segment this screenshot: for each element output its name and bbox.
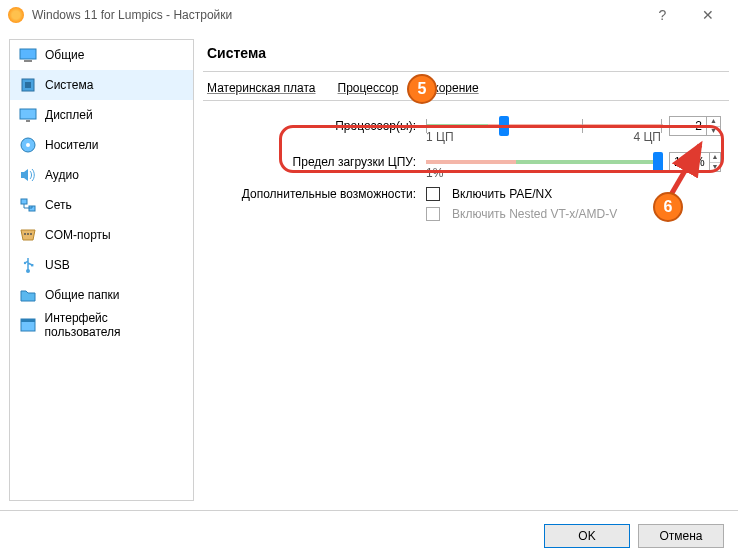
- chip-icon: [19, 77, 37, 93]
- sidebar-item-network[interactable]: Сеть: [10, 190, 193, 220]
- svg-rect-8: [21, 199, 27, 204]
- sidebar-item-system[interactable]: Система: [10, 70, 193, 100]
- tabs: Материнская плата Процессор Ускорение: [203, 76, 729, 101]
- sidebar-item-label: Общие: [45, 48, 84, 62]
- sidebar-item-label: Аудио: [45, 168, 79, 182]
- callout-6: 6: [653, 192, 683, 222]
- cpu-load-label: Предел загрузки ЦПУ:: [211, 155, 426, 169]
- svg-point-12: [30, 233, 32, 235]
- sidebar-item-label: Сеть: [45, 198, 72, 212]
- cpu-min-label: 1 ЦП: [426, 130, 454, 144]
- sidebar-item-label: Система: [45, 78, 93, 92]
- nested-checkbox: [426, 207, 440, 221]
- ui-icon: [19, 317, 37, 333]
- serial-icon: [19, 227, 37, 243]
- sidebar-item-com[interactable]: COM-порты: [10, 220, 193, 250]
- footer: OK Отмена: [0, 510, 738, 560]
- svg-rect-1: [24, 60, 32, 62]
- spinner-arrows[interactable]: ▲▼: [709, 153, 720, 171]
- callout-5: 5: [407, 74, 437, 104]
- load-min-label: 1%: [426, 166, 443, 180]
- sidebar-item-shared[interactable]: Общие папки: [10, 280, 193, 310]
- svg-point-13: [26, 269, 30, 273]
- sidebar-item-label: Дисплей: [45, 108, 93, 122]
- sidebar-item-label: USB: [45, 258, 70, 272]
- spinner-arrows[interactable]: ▲▼: [706, 117, 720, 135]
- sidebar-item-storage[interactable]: Носители: [10, 130, 193, 160]
- cpu-count-spinner[interactable]: 2 ▲▼: [669, 116, 721, 136]
- svg-point-10: [24, 233, 26, 235]
- cpu-load-spinner[interactable]: 100% ▲▼: [669, 152, 721, 172]
- monitor-icon: [19, 47, 37, 63]
- help-button[interactable]: ?: [640, 0, 685, 30]
- sidebar-item-display[interactable]: Дисплей: [10, 100, 193, 130]
- sidebar-item-label: COM-порты: [45, 228, 111, 242]
- usb-icon: [19, 257, 37, 273]
- svg-rect-0: [20, 49, 36, 59]
- tab-motherboard[interactable]: Материнская плата: [205, 78, 318, 100]
- sidebar-item-label: Носители: [45, 138, 98, 152]
- svg-point-14: [24, 262, 26, 264]
- cancel-button[interactable]: Отмена: [638, 524, 724, 548]
- disk-icon: [19, 137, 37, 153]
- svg-rect-3: [25, 82, 31, 88]
- svg-rect-17: [21, 319, 35, 322]
- cpu-max-label: 4 ЦП: [633, 130, 661, 144]
- svg-rect-15: [31, 264, 33, 266]
- pae-label: Включить PAE/NX: [452, 187, 552, 201]
- svg-rect-4: [20, 109, 36, 119]
- nested-label: Включить Nested VT-x/AMD-V: [452, 207, 617, 221]
- titlebar: Windows 11 for Lumpics - Настройки ? ✕: [0, 0, 738, 30]
- sidebar: Общие Система Дисплей Носители Аудио Сет…: [9, 39, 194, 501]
- cpu-count-slider[interactable]: [426, 115, 663, 137]
- sidebar-item-usb[interactable]: USB: [10, 250, 193, 280]
- tab-processor[interactable]: Процессор: [336, 78, 401, 100]
- cpu-load-value: 100%: [670, 155, 709, 169]
- folder-icon: [19, 287, 37, 303]
- sidebar-item-ui[interactable]: Интерфейс пользователя: [10, 310, 193, 340]
- cpu-count-label: Процессор(ы):: [211, 119, 426, 133]
- network-icon: [19, 197, 37, 213]
- ok-button[interactable]: OK: [544, 524, 630, 548]
- speaker-icon: [19, 167, 37, 183]
- display-icon: [19, 107, 37, 123]
- svg-point-11: [27, 233, 29, 235]
- cpu-load-slider[interactable]: [426, 151, 663, 173]
- sidebar-item-general[interactable]: Общие: [10, 40, 193, 70]
- sidebar-item-label: Общие папки: [45, 288, 119, 302]
- svg-point-7: [26, 143, 30, 147]
- close-button[interactable]: ✕: [685, 0, 730, 30]
- app-icon: [8, 7, 24, 23]
- window-title: Windows 11 for Lumpics - Настройки: [32, 8, 640, 22]
- svg-rect-5: [26, 120, 30, 122]
- extras-label: Дополнительные возможности:: [211, 187, 426, 201]
- main-panel: Система Материнская плата Процессор Уско…: [203, 39, 729, 501]
- sidebar-item-audio[interactable]: Аудио: [10, 160, 193, 190]
- page-title: Система: [203, 39, 729, 72]
- pae-checkbox[interactable]: [426, 187, 440, 201]
- sidebar-item-label: Интерфейс пользователя: [45, 311, 184, 339]
- cpu-count-value: 2: [670, 119, 706, 133]
